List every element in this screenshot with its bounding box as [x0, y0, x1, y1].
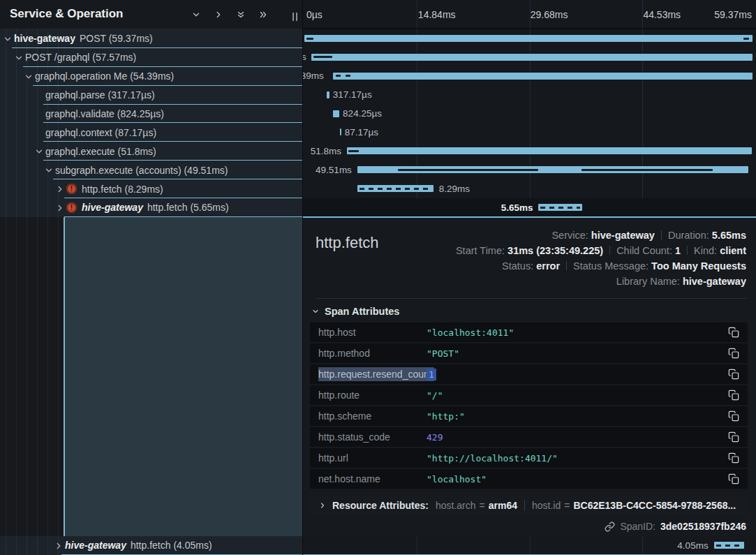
chevron-right-icon[interactable] [54, 541, 62, 549]
span-graphql-operation-me-tree-row[interactable]: graphql.operation Me (54.39ms) [0, 67, 303, 86]
spanid-footer: SpanID: 3de02518937fb246 [316, 521, 746, 532]
chevron-down-icon[interactable] [24, 72, 32, 80]
copy-icon[interactable] [728, 452, 739, 464]
resource-key: host.arch [436, 500, 476, 511]
span-post-graphql-tree-row[interactable]: POST /graphql (57.57ms) [0, 48, 303, 67]
span-label: graphql.execute (51.8ms) [45, 146, 156, 157]
span-attributes-header[interactable]: Span Attributes [311, 306, 746, 317]
copy-icon[interactable] [728, 473, 739, 484]
chevron-down-button[interactable] [188, 7, 204, 22]
attr-row-http.host: http.host"localhost:4011" [310, 323, 748, 342]
span-duration-label: 317.17µs [333, 89, 372, 100]
span-duration-bar[interactable] [304, 35, 753, 42]
 [3, 34, 13, 44]
span-http-fetch-829-tree-row[interactable]: !http.fetch (8.29ms) [0, 179, 303, 198]
span-graphql-validate-timeline-row[interactable]: 824.25µs [303, 105, 756, 124]
attr-row-net.host.name: net.host.name"localhost" [310, 469, 748, 489]
span-attributes-table: http.host"localhost:4011"http.method"POS… [310, 323, 748, 489]
resource-attributes-row[interactable]: Resource Attributes: host.arch=arm64host… [310, 496, 748, 515]
meta-value: hive-gateway [591, 230, 655, 241]
panel-resize-handle[interactable] [292, 13, 297, 21]
copy-icon[interactable] [728, 410, 739, 422]
chevron-down-icon [311, 307, 320, 316]
span-hive-gateway-post-timeline-row[interactable]: 59.37ms [303, 29, 756, 48]
span-graphql-context-tree-row[interactable]: graphql.context (87.17µs) [0, 123, 303, 142]
span-http-fetch-565-timeline-row[interactable]: 5.65ms [303, 198, 756, 217]
meta-label: Duration: [668, 230, 712, 241]
attr-row-http.request.resend_count: http.request.resend_count1 [310, 364, 748, 384]
chevron-down-icon[interactable] [3, 34, 11, 43]
detail-divider [316, 298, 746, 299]
attr-value: 429 [427, 432, 443, 443]
span-graphql-validate-tree-row[interactable]: graphql.validate (824.25µs) [0, 105, 303, 124]
span-label: POST /graphql (57.57ms) [25, 52, 136, 63]
span-graphql-parse-timeline-row[interactable]: 317.17µs [303, 86, 756, 105]
span-graphql-operation-me-timeline-row[interactable]: 54.39ms [303, 67, 756, 86]
span-http-fetch-565-tree-row[interactable]: !hive-gatewayhttp.fetch (5.65ms) [0, 198, 303, 217]
span-http-fetch-829-timeline-row[interactable]: 8.29ms [303, 179, 756, 198]
span-duration-bar[interactable] [311, 54, 753, 61]
span-duration-label: 87.17µs [345, 127, 378, 138]
span-label: graphql.parse (317.17µs) [45, 89, 155, 101]
attr-key: http.route [318, 390, 427, 401]
copy-icon[interactable] [728, 369, 739, 380]
span-hive-gateway-post-tree-row[interactable]: hive-gatewayPOST (59.37ms) [0, 29, 303, 48]
span-duration-bar[interactable] [714, 542, 744, 549]
child-span-marker [336, 75, 341, 77]
span-graphql-execute-tree-row[interactable]: graphql.execute (51.8ms) [0, 142, 303, 161]
tree-row-bottom[interactable]: hive-gatewayhttp.fetch (4.05ms) [0, 536, 303, 555]
span-detail-title: http.fetch [316, 234, 379, 289]
 [34, 147, 44, 156]
meta-line: Library Name: hive-gateway [456, 274, 746, 289]
copy-icon[interactable] [728, 390, 739, 401]
meta-label: Service: [551, 230, 591, 241]
meta-line: Status: errorStatus Message: Too Many Re… [456, 258, 746, 274]
chevron-right-button[interactable] [211, 7, 226, 22]
span-duration-bar[interactable] [327, 91, 329, 98]
 [24, 72, 34, 82]
copy-icon[interactable] [728, 327, 739, 338]
span-graphql-context-timeline-row[interactable]: 87.17µs [303, 123, 756, 142]
chevron-down-icon[interactable] [14, 53, 22, 61]
span-post-graphql-timeline-row[interactable]: 57.57ms [303, 48, 756, 67]
panel-title: Service & Operation [10, 7, 124, 21]
meta-label: Library Name: [616, 276, 683, 287]
span-subgraph-execute-accounts-timeline-row[interactable]: 49.51ms [303, 161, 756, 179]
attr-row-http.method: http.method"POST" [310, 343, 748, 363]
span-graphql-parse-tree-row[interactable]: graphql.parse (317.17µs) [0, 86, 303, 105]
selected-span-expanded-area [64, 217, 303, 536]
copy-icon[interactable] [728, 348, 739, 359]
span-duration-label: 5.65ms [501, 202, 533, 213]
span-duration-bar[interactable] [333, 73, 753, 80]
attr-key: http.method [318, 348, 427, 359]
double-chevron-right-button[interactable] [255, 7, 271, 22]
span-subgraph-execute-accounts-tree-row[interactable]: subgraph.execute (accounts) (49.51ms) [0, 161, 303, 179]
span-service-name: hive-gateway [14, 33, 75, 44]
attr-value: "localhost" [427, 474, 487, 484]
span-duration-bar[interactable] [340, 128, 341, 135]
span-duration-bar[interactable] [357, 185, 433, 192]
meta-line: Start Time: 31ms (23:35:49.225)Child Cou… [456, 243, 746, 258]
span-duration-label: 57.57ms [303, 52, 306, 62]
chevron-right-icon[interactable] [55, 184, 64, 193]
 [44, 165, 54, 175]
chevron-right-icon[interactable] [55, 203, 64, 212]
 [54, 541, 64, 551]
 [14, 53, 24, 63]
chevron-down-icon [191, 10, 201, 20]
span-label: http.fetch (8.29ms) [82, 184, 163, 195]
double-chevron-down-button[interactable] [233, 7, 249, 22]
timeline-row-bottom[interactable]: 4.05ms [303, 536, 756, 555]
chevron-down-icon[interactable] [34, 147, 43, 155]
chevron-down-icon[interactable] [44, 165, 52, 174]
 [55, 203, 65, 213]
span-duration-bar[interactable] [538, 204, 581, 211]
span-duration-bar[interactable] [333, 110, 339, 117]
span-duration-bar[interactable] [347, 147, 752, 154]
attr-key: http.request.resend_count [318, 369, 427, 380]
panel-splitter[interactable] [302, 0, 303, 555]
span-graphql-execute-timeline-row[interactable]: 51.8ms [303, 142, 756, 161]
meta-label: Kind: [694, 245, 720, 256]
link-icon[interactable] [605, 521, 615, 532]
copy-icon[interactable] [728, 431, 739, 443]
